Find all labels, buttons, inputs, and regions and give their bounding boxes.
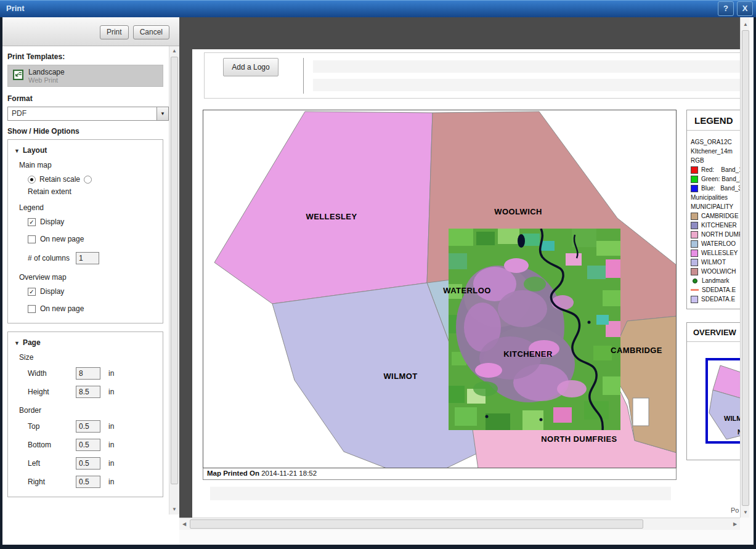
sidebar-scrollbar[interactable]: ▲ ▼ bbox=[169, 46, 179, 514]
legend-item-label: Red: Band_1 bbox=[701, 166, 740, 173]
legend-swatch-rect bbox=[691, 222, 698, 229]
legend-item-label: SDEDATA.E bbox=[702, 287, 736, 293]
preview-vscroll-thumb[interactable] bbox=[742, 30, 749, 506]
map-label-north-dumfries: NORTH DUMFRIES bbox=[541, 434, 617, 444]
page-title: Page bbox=[23, 338, 41, 347]
format-value: PDF bbox=[8, 107, 156, 120]
legend-item-label: WATERLOO bbox=[701, 240, 736, 247]
layout-title: Layout bbox=[23, 146, 47, 155]
sidebar-content: Print Templates: Landscape Web Print bbox=[2, 46, 168, 497]
header-divider bbox=[303, 58, 304, 94]
legend-item-label: MUNICIPALITY bbox=[691, 203, 733, 210]
overview-map-label: Overview map bbox=[19, 273, 156, 282]
print-preview-area: Add a Logo bbox=[179, 17, 754, 545]
preview-hscroll-thumb[interactable] bbox=[190, 519, 643, 529]
overview-new-page-checkbox[interactable] bbox=[28, 305, 36, 313]
overview-label-wilmot: WILMOT bbox=[724, 415, 740, 422]
legend-item: Green: Band_2 bbox=[691, 174, 740, 184]
scroll-up-icon[interactable]: ▲ bbox=[169, 46, 179, 56]
dropdown-arrow-icon[interactable]: ▼ bbox=[156, 107, 168, 120]
legend-swatch-rect bbox=[691, 231, 698, 238]
sidebar-scroll-area: Print Templates: Landscape Web Print bbox=[2, 46, 179, 545]
preview-vertical-scrollbar[interactable]: ▲ ▼ bbox=[740, 17, 749, 518]
border-bottom-input[interactable] bbox=[76, 439, 100, 451]
border-left-unit: in bbox=[108, 459, 114, 468]
cancel-button[interactable]: Cancel bbox=[133, 25, 169, 39]
scroll-down-icon[interactable]: ▼ bbox=[741, 508, 750, 518]
legend-new-page-label: On new page bbox=[40, 235, 84, 243]
retain-extent-radio[interactable] bbox=[84, 176, 92, 184]
printed-on-value: 2014-11-21 18:52 bbox=[261, 470, 317, 477]
legend-item: KItchener_14m bbox=[691, 147, 740, 156]
scroll-right-icon[interactable]: ▶ bbox=[730, 519, 740, 529]
border-right-input[interactable] bbox=[76, 476, 100, 488]
overview-display-row: ✓ Display bbox=[28, 287, 156, 296]
width-label: Width bbox=[28, 369, 76, 378]
width-input[interactable] bbox=[76, 367, 100, 380]
map-label-wellesley: WELLESLEY bbox=[306, 212, 357, 221]
footer-placeholder[interactable] bbox=[210, 487, 671, 500]
retain-scale-radio[interactable] bbox=[28, 176, 36, 184]
format-select[interactable]: PDF ▼ bbox=[7, 107, 169, 121]
print-options-sidebar: Print Cancel Print Templates: Landscape bbox=[2, 17, 179, 545]
print-button[interactable]: Print bbox=[100, 25, 129, 39]
legend-swatch-rect bbox=[691, 250, 698, 257]
sidebar-scroll-thumb[interactable] bbox=[171, 57, 178, 484]
legend-swatch-rect bbox=[691, 176, 698, 183]
layout-section-header[interactable]: ▼Layout bbox=[14, 146, 156, 155]
legend-item-label: WOOLWICH bbox=[701, 268, 736, 275]
overview-extent-box: WILMOT NORTH DUMFRIES bbox=[705, 358, 740, 444]
map-label-wilmot: WILMOT bbox=[383, 372, 417, 381]
legend-item: Landmark bbox=[691, 276, 740, 285]
add-logo-button[interactable]: Add a Logo bbox=[223, 58, 278, 76]
legend-item: CAMBRIDGE bbox=[691, 211, 740, 221]
legend-item: MUNICIPALITY bbox=[691, 202, 740, 211]
help-button[interactable]: ? bbox=[718, 1, 734, 16]
template-item-landscape[interactable]: Landscape Web Print bbox=[7, 65, 163, 87]
legend-title: LEGEND bbox=[687, 110, 740, 131]
legend-swatch-rect bbox=[691, 166, 698, 174]
legend-items: AGS_ORA12CKItchener_14mRGBRed: Band_1Gre… bbox=[687, 131, 740, 304]
overview-display-checkbox[interactable]: ✓ bbox=[28, 288, 36, 296]
sidebar-toolbar: Print Cancel bbox=[2, 17, 179, 46]
border-left-row: Left in bbox=[28, 457, 156, 470]
page-section-header[interactable]: ▼Page bbox=[14, 338, 156, 347]
legend-item: WELLESLEY bbox=[691, 248, 740, 258]
map-label-woolwich: WOOLWICH bbox=[494, 207, 542, 216]
width-unit: in bbox=[108, 369, 114, 378]
legend-swatch-rect bbox=[691, 259, 698, 266]
footer-partial-text: Po bbox=[731, 506, 739, 514]
height-input[interactable] bbox=[76, 386, 100, 398]
legend-swatch-rect bbox=[691, 213, 698, 220]
border-left-input[interactable] bbox=[76, 457, 100, 470]
legend-item-label: Municipalities bbox=[691, 194, 728, 201]
preview-horizontal-scrollbar[interactable]: ◀ ▶ bbox=[179, 518, 740, 530]
scroll-down-icon[interactable]: ▼ bbox=[169, 505, 179, 514]
legend-display-checkbox[interactable]: ✓ bbox=[28, 218, 36, 226]
close-button[interactable]: X bbox=[737, 1, 753, 16]
map-title-placeholder[interactable] bbox=[313, 60, 740, 73]
map-label-cambridge: CAMBRIDGE bbox=[611, 346, 662, 355]
legend-item-label: KITCHENER bbox=[701, 222, 737, 229]
columns-input[interactable] bbox=[76, 252, 99, 264]
border-top-label: Top bbox=[28, 422, 76, 431]
height-row: Height in bbox=[28, 386, 156, 398]
legend-item-label: WILMOT bbox=[701, 259, 726, 266]
layout-group: ▼Layout Main map Retain scale Retain ext… bbox=[7, 139, 163, 323]
scroll-up-icon[interactable]: ▲ bbox=[741, 20, 750, 30]
printed-on-label: Map Printed On bbox=[207, 470, 259, 477]
dialog-body: Print Cancel Print Templates: Landscape bbox=[2, 17, 754, 545]
print-templates-label: Print Templates: bbox=[7, 52, 163, 61]
legend-swatch-rect bbox=[691, 185, 698, 192]
legend-item: NORTH DUMFRIES bbox=[691, 230, 740, 239]
legend-item-label: CAMBRIDGE bbox=[701, 213, 739, 219]
map-subtitle-placeholder[interactable] bbox=[313, 79, 740, 91]
border-top-input[interactable] bbox=[76, 420, 100, 433]
scroll-left-icon[interactable]: ◀ bbox=[179, 519, 189, 529]
legend-item-label: Green: Band_2 bbox=[701, 176, 740, 182]
legend-swatch-line bbox=[691, 289, 699, 291]
overview-mini-map: WILMOT NORTH DUMFRIES bbox=[708, 360, 740, 441]
show-hide-options-label: Show / Hide Options bbox=[7, 127, 163, 136]
dialog-title: Print bbox=[6, 4, 25, 13]
legend-new-page-checkbox[interactable] bbox=[28, 235, 36, 243]
